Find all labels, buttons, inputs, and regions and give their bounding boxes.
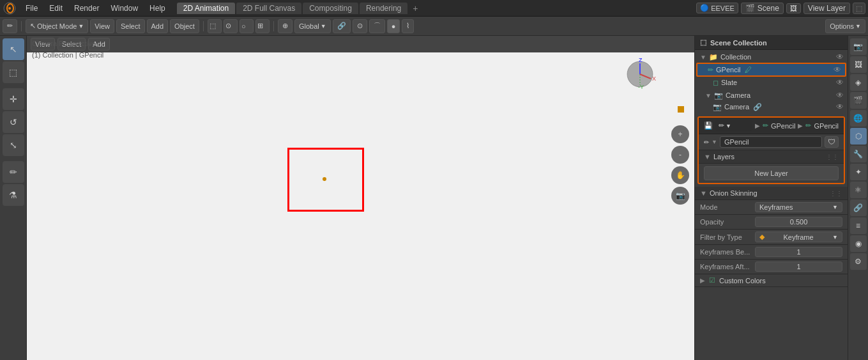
stroke-fill-btn[interactable]: ●: [387, 19, 400, 33]
iconbar-material[interactable]: ◉: [850, 235, 867, 252]
iconbar-output[interactable]: 🖼: [850, 56, 867, 73]
outliner-item-gpencil[interactable]: ✏ GPencil 🖊 👁: [696, 63, 846, 77]
snap-btn[interactable]: 🔗: [333, 19, 351, 33]
viewport-topbar: View Select Add: [27, 36, 694, 52]
menu-window[interactable]: Window: [105, 3, 143, 14]
slate-label: Slate: [721, 79, 737, 86]
outliner-item-camera-collection[interactable]: ▼ 📷 Camera 👁: [695, 90, 848, 101]
top-right-controls: 🔵 EEVEE 🎬 Scene 🖼 View Layer ⬚: [696, 3, 865, 14]
blender-logo[interactable]: [3, 1, 17, 15]
view-layer-selector[interactable]: View Layer: [803, 3, 850, 14]
camera-collection-icon: 📷: [714, 91, 723, 100]
select-menu-btn[interactable]: Select: [116, 19, 145, 33]
iconbar-render[interactable]: 📷: [850, 38, 867, 55]
tool-select-cursor[interactable]: ↖: [3, 38, 24, 60]
iconbar-constraints[interactable]: 🔗: [850, 200, 867, 216]
menu-file[interactable]: File: [20, 3, 43, 14]
render-engine-selector[interactable]: EEVEE: [711, 4, 735, 12]
material-shield-btn[interactable]: 🛡: [825, 136, 839, 148]
properties-mode-selector[interactable]: ✏ ▼: [715, 120, 752, 131]
iconbar-view-layer[interactable]: ◈: [850, 74, 867, 91]
options-btn[interactable]: Options ▼: [825, 19, 865, 33]
lasso-select-btn[interactable]: ⊙: [224, 19, 238, 33]
new-layer-btn[interactable]: New Layer: [704, 166, 839, 180]
tab-compositing[interactable]: Compositing: [303, 3, 358, 14]
transform-global-btn[interactable]: Global ▼: [294, 19, 331, 33]
pan-btn[interactable]: ✋: [671, 166, 689, 184]
editor-type-btn[interactable]: ✏: [3, 19, 17, 33]
viewport[interactable]: View Select Add Camera Perspective (1) C…: [27, 36, 694, 360]
menu-render[interactable]: Render: [69, 3, 104, 14]
stroke-toggle-btn[interactable]: ⌇: [402, 19, 414, 33]
custom-colors-row[interactable]: ▶ ☑ Custom Colors: [695, 274, 848, 287]
view-layer-expand[interactable]: ⬚: [853, 3, 865, 14]
select-box-btn[interactable]: ⬚: [208, 19, 222, 33]
zoom-in-btn[interactable]: +: [671, 125, 689, 143]
material-selector[interactable]: GPencil: [720, 136, 822, 148]
iconbar-object[interactable]: ⬡: [850, 128, 867, 145]
onion-skinning-header[interactable]: ▼ Onion Skinning ⋮⋮: [695, 187, 848, 200]
menu-help[interactable]: Help: [144, 3, 171, 14]
iconbar-settings[interactable]: ⚙: [850, 253, 867, 270]
iconbar-scene[interactable]: 🎬: [850, 92, 867, 109]
iconbar-physics[interactable]: ⚛: [850, 182, 867, 198]
right-icon-bar: 📷 🖼 ◈ 🎬 🌐 ⬡ 🔧 ✦ ⚛ 🔗 ≡ ◉ ⚙: [848, 36, 868, 360]
iconbar-world[interactable]: 🌐: [850, 110, 867, 127]
pivot-btn[interactable]: ⊕: [278, 19, 293, 33]
tab-2d-animation[interactable]: 2D Animation: [177, 3, 235, 14]
add-workspace-tab[interactable]: +: [409, 2, 422, 15]
material-mode-dropdown[interactable]: ▼: [712, 139, 717, 145]
tool-select-box[interactable]: ⬚: [3, 61, 24, 83]
svg-text:-Y: -Y: [638, 84, 644, 90]
layers-section-header[interactable]: ▼ Layers ⋮⋮: [699, 150, 844, 164]
collection-icon: 📁: [709, 53, 718, 61]
tab-rendering[interactable]: Rendering: [360, 3, 407, 14]
object-mode-btn[interactable]: ↖ Object Mode ▼: [26, 19, 88, 33]
material-name: GPencil: [724, 138, 749, 146]
prop-save-icon[interactable]: 💾: [704, 121, 713, 130]
collection-eye-icon[interactable]: 👁: [836, 52, 844, 61]
outliner-item-slate[interactable]: ◻ Slate 👁: [695, 77, 848, 88]
tool-rotate[interactable]: ↺: [3, 111, 24, 133]
slate-eye-icon[interactable]: 👁: [836, 78, 844, 87]
camera-eye-icon[interactable]: 👁: [836, 102, 844, 111]
iconbar-modifier[interactable]: 🔧: [850, 146, 867, 162]
menu-edit[interactable]: Edit: [44, 3, 68, 14]
gpencil-eye-icon[interactable]: 👁: [834, 65, 841, 74]
iconbar-data[interactable]: ≡: [850, 217, 867, 234]
tool-move[interactable]: ✛: [3, 88, 24, 110]
tab-2d-full-canvas[interactable]: 2D Full Canvas: [236, 3, 301, 14]
view-layer-label: View Layer: [808, 4, 846, 13]
view-menu-btn[interactable]: View: [90, 19, 114, 33]
add-menu-btn[interactable]: Add: [147, 19, 169, 33]
keyframes-after-value[interactable]: 1: [755, 262, 842, 272]
object-menu-btn[interactable]: Object: [170, 19, 199, 33]
keyframes-before-value[interactable]: 1: [755, 247, 842, 257]
proportional-btn[interactable]: ⊙: [353, 19, 367, 33]
camera-btn[interactable]: 📷: [671, 187, 689, 205]
tool-scale[interactable]: ⤡: [3, 134, 24, 156]
outliner-body: ▼ 📁 Collection 👁 ✏ GPencil 🖊 👁 ◻ Slate 👁: [695, 50, 848, 114]
custom-colors-checkbox[interactable]: ☑: [709, 276, 715, 285]
mode-dropdown[interactable]: Keyframes ▼: [755, 202, 842, 212]
scene-selector[interactable]: 🎬 Scene: [741, 3, 784, 14]
opacity-value[interactable]: 0.500: [755, 217, 842, 227]
layers-options-icon[interactable]: ⋮⋮: [826, 153, 839, 160]
scene-icon: 🎬: [745, 4, 755, 13]
properties-highlight-container: 💾 ✏ ▼ ▶ ✏ GPencil ▶ ✏ GPencil ✏ ▼ GP: [697, 116, 845, 184]
zoom-out-btn[interactable]: -: [671, 146, 689, 164]
circle-select-btn[interactable]: ○: [240, 19, 254, 33]
outliner-title: Scene Collection: [710, 39, 767, 47]
outliner-item-collection[interactable]: ▼ 📁 Collection 👁: [695, 51, 848, 63]
outliner-item-camera[interactable]: 📷 Camera 🔗 👁: [695, 101, 848, 113]
extra-select-btn[interactable]: ⊞: [255, 19, 270, 33]
render-engine-icon: 🔵: [700, 4, 709, 12]
filter-dropdown[interactable]: ◆ Keyframe ▼: [755, 231, 842, 242]
iconbar-particles[interactable]: ✦: [850, 164, 867, 180]
tool-eyedropper[interactable]: ⚗: [3, 184, 24, 206]
tool-draw[interactable]: ✏: [3, 161, 24, 183]
onion-options-icon[interactable]: ⋮⋮: [830, 190, 842, 197]
falloff-btn[interactable]: ⌒: [369, 19, 385, 33]
axis-gizmo[interactable]: Z -Y X: [624, 58, 656, 90]
camera-collection-eye[interactable]: 👁: [836, 91, 844, 100]
